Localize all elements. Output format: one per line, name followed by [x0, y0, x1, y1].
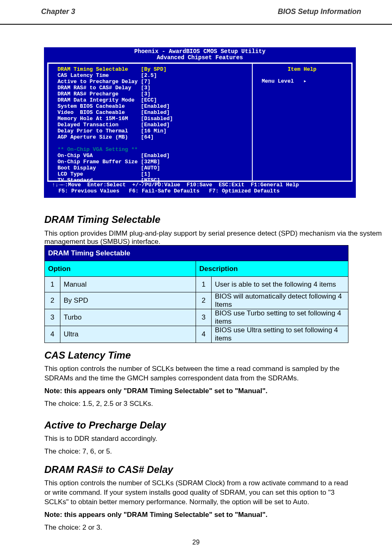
col-option: Option: [45, 261, 196, 277]
ras-cas-title: DRAM RAS# to CAS# Delay: [44, 464, 348, 475]
table-row: 2By SPD2BIOS will automatically detect f…: [45, 292, 348, 309]
cas-latency-note: Note: this appears only "DRAM Timing Sel…: [44, 387, 348, 396]
section-dram-timing: DRAM Timing Selectable This option provi…: [44, 214, 392, 246]
row-num2: 1: [196, 277, 212, 292]
row-num2: 4: [196, 326, 212, 343]
row-option: By SPD: [60, 292, 196, 309]
header-left: Chapter 3: [41, 7, 75, 20]
ras-cas-note: Note: this appears only "DRAM Timing Sel…: [44, 510, 348, 520]
col-description: Description: [196, 261, 348, 277]
bios-screenshot: Phoenix - AwardBIOS CMOS Setup Utility A…: [44, 47, 356, 198]
row-desc: BIOS use Turbo setting to set following …: [212, 309, 348, 326]
section-ras-cas-delay: DRAM RAS# to CAS# Delay This option cont…: [44, 464, 348, 533]
row-num: 1: [45, 277, 60, 292]
cas-latency-body: This option controls the number of SCLKs…: [44, 364, 348, 383]
row-desc: User is able to set the following 4 item…: [212, 277, 348, 292]
bios-footer-help: ↑↓→←:Move Enter:Select +/-/PU/PD:Value F…: [44, 182, 356, 194]
row-desc: BIOS use Ultra setting to set following …: [212, 326, 348, 343]
header-right: BIOS Setup Information: [278, 7, 361, 20]
section-active-precharge: Active to Precharge Delay This is to DDR…: [44, 419, 348, 456]
cas-latency-title: CAS Latency Time: [44, 350, 348, 361]
row-option: Ultra: [60, 326, 196, 343]
table-row: 4Ultra4BIOS use Ultra setting to set fol…: [45, 326, 348, 343]
dram-timing-body: This option provides DIMM plug-and-play …: [44, 229, 392, 246]
bios-frame: DRAM Timing Selectable [By SPD] CAS Late…: [47, 63, 353, 182]
cas-latency-choice: The choice: 1.5, 2, 2.5 or 3 SCLKs.: [44, 399, 348, 409]
row-option: Manual: [60, 277, 196, 292]
page-number: 29: [0, 539, 392, 546]
menu-level: Menu Level ▸: [257, 78, 347, 84]
item-help-label: Item Help: [257, 66, 347, 72]
row-num2: 3: [196, 309, 212, 326]
page-header: Chapter 3 BIOS Setup Information: [0, 5, 392, 25]
table-row: 1Manual1User is able to set the followin…: [45, 277, 348, 292]
row-option: Turbo: [60, 309, 196, 326]
dram-timing-title: DRAM Timing Selectable: [44, 214, 160, 225]
dram-options-table: DRAM Timing Selectable Option Descriptio…: [44, 245, 348, 343]
bios-help-panel: Item Help Menu Level ▸: [253, 64, 353, 181]
ras-cas-body: This option controls the number of SCLKs…: [44, 479, 348, 507]
bios-options-panel: DRAM Timing Selectable [By SPD] CAS Late…: [47, 64, 253, 181]
table-subheader-row: Option Description: [45, 261, 348, 277]
ras-cas-choice: The choice: 2 or 3.: [44, 523, 348, 533]
row-num: 4: [45, 326, 60, 343]
row-num: 3: [45, 309, 60, 326]
active-precharge-choice: The choice: 7, 6, or 5.: [44, 447, 348, 456]
active-precharge-title: Active to Precharge Delay: [44, 419, 348, 431]
table-header-row: DRAM Timing Selectable: [45, 246, 348, 261]
row-num2: 2: [196, 292, 212, 309]
row-num: 2: [45, 292, 60, 309]
chevron-right-icon: ▸: [303, 78, 307, 84]
table-title: DRAM Timing Selectable: [45, 246, 348, 261]
active-precharge-body: This is to DDR standard accordingly.: [44, 434, 348, 444]
row-desc: BIOS will automatically detect following…: [212, 292, 348, 309]
bios-title: Phoenix - AwardBIOS CMOS Setup Utility A…: [44, 47, 356, 61]
section-cas-latency: CAS Latency Time This option controls th…: [44, 350, 348, 409]
table-row: 3Turbo3BIOS use Turbo setting to set fol…: [45, 309, 348, 326]
